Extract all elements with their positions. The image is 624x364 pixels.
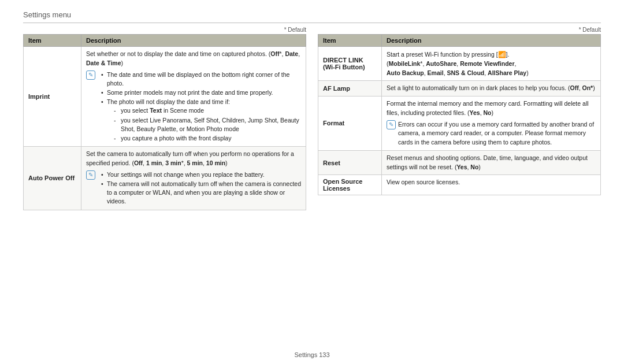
left-header-item: Item (24, 35, 81, 47)
table-row: Imprint Set whether or not to display th… (24, 47, 306, 147)
note-content-auto-power: Your settings will not change when you r… (98, 170, 301, 207)
note-icon-format: ✎ (387, 120, 396, 129)
table-row: Reset Reset menus and shooting options. … (318, 150, 601, 175)
note-icon-imprint: ✎ (86, 70, 95, 80)
left-table: Item Description Imprint Set whether or … (23, 34, 306, 347)
item-imprint: Imprint (24, 47, 81, 147)
note-icon-auto-power: ✎ (86, 170, 95, 180)
item-auto-power-off: Auto Power Off (24, 147, 81, 210)
table-row: Open Source Licenses View open source li… (318, 175, 601, 195)
desc-auto-power-off: Set the camera to automatically turn off… (81, 147, 306, 210)
tables-row: Item Description Imprint Set whether or … (23, 34, 601, 347)
desc-format: Format the internal memory and the memor… (382, 96, 601, 151)
item-af-lamp: AF Lamp (318, 81, 382, 96)
item-direct-link: DIRECT LINK (Wi-Fi Button) (318, 47, 382, 81)
desc-direct-link: Start a preset Wi-Fi function by pressin… (382, 47, 601, 81)
item-format: Format (318, 96, 382, 151)
page-title: Settings menu (23, 10, 601, 23)
note-content-imprint: The date and time will be displayed on t… (98, 70, 301, 144)
right-header-description: Description (382, 35, 601, 47)
desc-open-source: View open source licenses. (382, 175, 601, 195)
default-note-left: * Default (23, 27, 306, 33)
item-reset: Reset (318, 150, 382, 175)
default-note-right: * Default (318, 27, 601, 33)
desc-af-lamp: Set a light to automatically turn on in … (382, 81, 601, 96)
table-row: Format Format the internal memory and th… (318, 96, 601, 151)
table-row: AF Lamp Set a light to automatically tur… (318, 81, 601, 96)
desc-imprint: Set whether or not to display the date a… (81, 47, 306, 147)
footer: Settings 133 (23, 347, 601, 358)
right-header-item: Item (318, 35, 382, 47)
item-open-source: Open Source Licenses (318, 175, 382, 195)
table-row: Auto Power Off Set the camera to automat… (24, 147, 306, 210)
note-content-format: Errors can occur if you use a memory car… (398, 120, 596, 147)
left-header-description: Description (81, 35, 306, 47)
right-table: Item Description DIRECT LINK (Wi-Fi Butt… (318, 34, 601, 347)
page: Settings menu * Default * Default Item D… (0, 0, 624, 364)
table-row: DIRECT LINK (Wi-Fi Button) Start a prese… (318, 47, 601, 81)
desc-reset: Reset menus and shooting options. Date, … (382, 150, 601, 175)
